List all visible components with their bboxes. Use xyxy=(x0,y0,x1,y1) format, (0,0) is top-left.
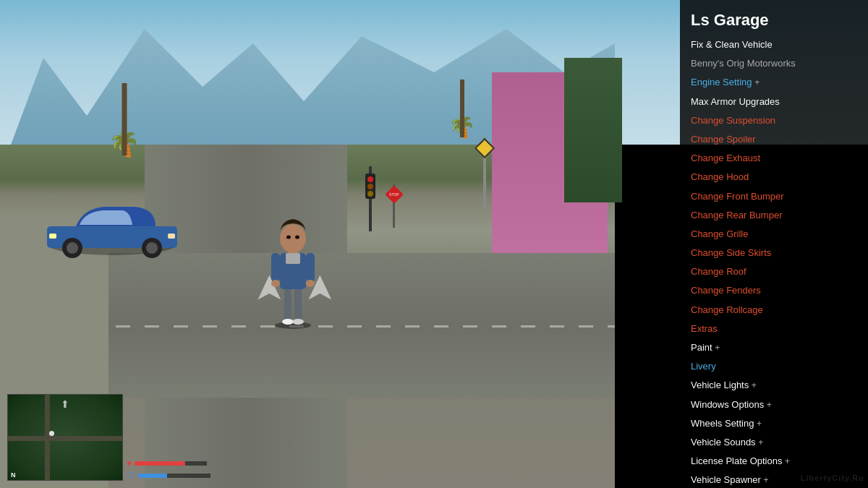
menu-item-livery[interactable]: Livery xyxy=(680,357,868,376)
menu-item-change-front-bumper[interactable]: Change Front Bumper xyxy=(680,187,868,206)
menu-item-change-rollcage[interactable]: Change Rollcage xyxy=(680,301,868,320)
menu-item-windows-options[interactable]: Windows Options + xyxy=(680,395,868,414)
menu-item-paint[interactable]: Paint + xyxy=(680,338,868,357)
svg-rect-14 xyxy=(271,253,280,282)
menu-item-change-fenders[interactable]: Change Fenders xyxy=(680,281,868,300)
menu-item-change-side-skirts[interactable]: Change Side Skirts xyxy=(680,244,868,262)
svg-rect-22 xyxy=(286,253,300,264)
blue-car xyxy=(40,194,184,262)
menu-item-vehicle-sounds[interactable]: Vehicle Sounds + xyxy=(680,433,868,452)
palm-tree-2: 🌴 xyxy=(448,116,475,137)
menu-item-engine-setting[interactable]: Engine Setting + xyxy=(680,73,868,92)
minimap-inner: N ⬆ xyxy=(8,395,122,480)
armor-bar-fill xyxy=(138,474,167,478)
svg-rect-10 xyxy=(294,286,302,322)
svg-point-12 xyxy=(292,319,304,325)
menu-item-bennys[interactable]: Benny's Orig Motorworks xyxy=(680,54,868,73)
menu-item-change-spoiler[interactable]: Change Spoiler xyxy=(680,130,868,149)
minimap-player-icon: ⬆ xyxy=(61,398,69,410)
menu-item-license-plate[interactable]: License Plate Options + xyxy=(680,452,868,471)
menu-item-change-rear-bumper[interactable]: Change Rear Bumper xyxy=(680,206,868,225)
svg-rect-6 xyxy=(49,234,56,239)
menu-item-vehicle-spawner[interactable]: Vehicle Spawner + xyxy=(680,471,868,488)
menu-item-max-armor[interactable]: Max Armor Upgrades xyxy=(680,93,868,111)
palm-tree-1: 🌴 xyxy=(109,130,140,155)
minimap-road-h xyxy=(8,436,122,441)
armor-icon: 🛡 xyxy=(127,471,135,481)
svg-point-16 xyxy=(271,280,280,287)
menu-items-container: Fix & Clean VehicleBenny's Orig Motorwor… xyxy=(680,35,868,488)
svg-point-11 xyxy=(282,319,294,325)
svg-point-17 xyxy=(306,280,315,287)
menu-item-extras[interactable]: Extras xyxy=(680,320,868,338)
menu-item-change-grille[interactable]: Change Grille xyxy=(680,225,868,244)
menu-item-change-exhaust[interactable]: Change Exhaust xyxy=(680,149,868,168)
menu-item-wheels-setting[interactable]: Wheels Setting + xyxy=(680,414,868,433)
player-character xyxy=(264,213,322,332)
menu-item-change-suspension[interactable]: Change Suspension xyxy=(680,111,868,130)
menu-item-change-roof[interactable]: Change Roof xyxy=(680,262,868,281)
svg-point-19 xyxy=(280,224,306,253)
svg-point-3 xyxy=(67,242,78,254)
minimap-player-dot xyxy=(49,431,54,436)
svg-point-20 xyxy=(286,236,291,239)
minimap-road-v xyxy=(45,395,50,480)
armor-bar-container: 🛡 xyxy=(127,471,210,481)
svg-rect-15 xyxy=(306,253,315,282)
health-bar xyxy=(135,461,207,466)
svg-point-5 xyxy=(146,242,158,254)
menu-title: Ls Garage xyxy=(680,7,868,35)
minimap: N ⬆ xyxy=(7,394,123,481)
health-bar-container: ♥ xyxy=(127,458,210,468)
menu-item-change-hood[interactable]: Change Hood xyxy=(680,168,868,187)
minimap-compass-label: N xyxy=(11,471,16,479)
menu-item-fix-clean[interactable]: Fix & Clean Vehicle xyxy=(680,35,868,54)
health-bar-fill xyxy=(135,461,185,466)
svg-rect-7 xyxy=(168,234,175,239)
svg-point-21 xyxy=(295,236,299,239)
svg-rect-9 xyxy=(284,286,292,322)
health-icon: ♥ xyxy=(127,458,132,468)
menu-item-vehicle-lights[interactable]: Vehicle Lights + xyxy=(680,376,868,395)
building-dark xyxy=(564,58,622,202)
armor-bar xyxy=(138,474,210,478)
hud-bars: ♥ 🛡 xyxy=(127,458,210,481)
menu-panel: Ls Garage Fix & Clean VehicleBenny's Ori… xyxy=(680,0,868,488)
